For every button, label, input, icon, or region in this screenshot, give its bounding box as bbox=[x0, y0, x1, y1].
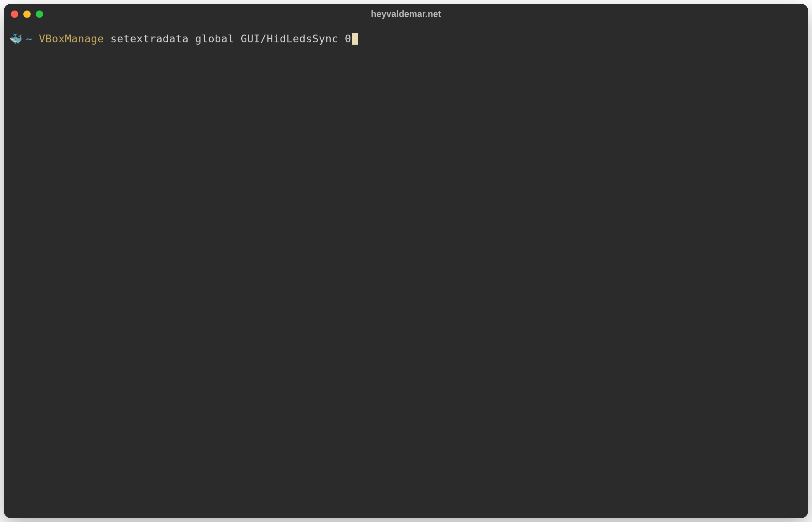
whale-icon: 🐳 bbox=[9, 31, 23, 47]
maximize-icon[interactable] bbox=[36, 10, 43, 18]
minimize-icon[interactable] bbox=[23, 10, 31, 18]
command-args: setextradata global GUI/HidLedsSync 0 bbox=[104, 31, 352, 47]
terminal-window: heyvaldemar.net 🐳 ~ VBoxManage setextrad… bbox=[4, 4, 808, 518]
cursor-icon bbox=[352, 33, 358, 45]
window-title: heyvaldemar.net bbox=[371, 9, 441, 19]
close-icon[interactable] bbox=[11, 10, 18, 18]
prompt-line: 🐳 ~ VBoxManage setextradata global GUI/H… bbox=[9, 31, 803, 47]
prompt-path: ~ bbox=[26, 31, 33, 47]
titlebar: heyvaldemar.net bbox=[4, 4, 808, 24]
command-name: VBoxManage bbox=[39, 31, 104, 47]
terminal-body[interactable]: 🐳 ~ VBoxManage setextradata global GUI/H… bbox=[4, 24, 808, 518]
traffic-lights bbox=[11, 10, 43, 18]
